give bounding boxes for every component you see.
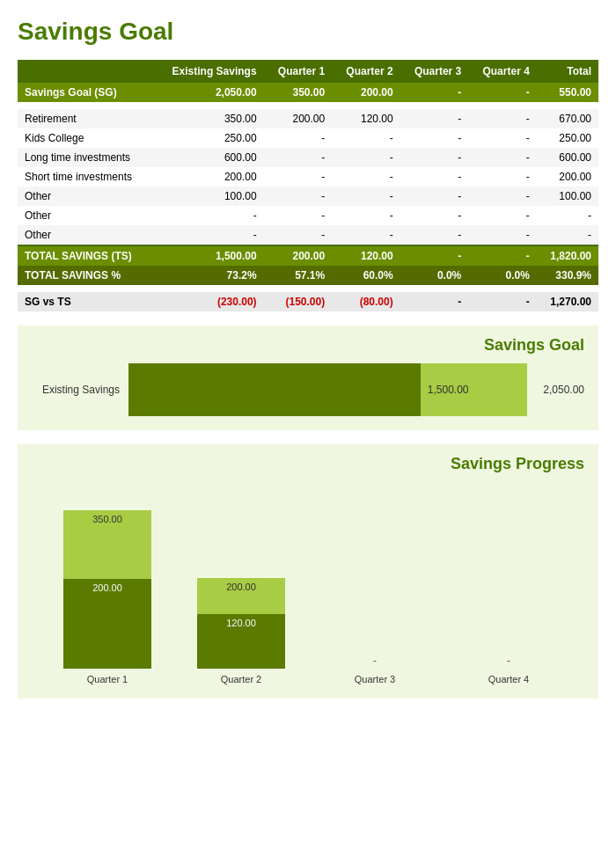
- row-total: 600.00: [537, 148, 598, 167]
- sg-q3: -: [400, 83, 469, 102]
- blank-row-2: [18, 285, 598, 292]
- row-label: Kids College: [18, 128, 153, 148]
- q3-bar-container: -: [331, 510, 419, 669]
- total-q1: 200.00: [264, 246, 333, 266]
- table-row: Other 100.00 - - - - 100.00: [18, 187, 598, 206]
- page-title: Savings Goal: [18, 18, 598, 46]
- row-q3: -: [400, 148, 469, 167]
- q2-actual-label: 120.00: [226, 618, 256, 628]
- row-q2: -: [332, 148, 400, 167]
- bar-filled-value: 1,500.00: [428, 384, 469, 396]
- pct-q1: 57.1%: [264, 266, 333, 285]
- q2-actual-bar: 120.00: [197, 614, 285, 669]
- row-label: Other: [18, 206, 153, 225]
- q3-goal-label: -: [373, 655, 377, 667]
- sgvsts-q3: -: [400, 292, 469, 311]
- row-q4: -: [468, 225, 537, 245]
- row-q1: -: [264, 128, 333, 148]
- q2-bar-container: 200.00 120.00: [197, 510, 285, 669]
- q4-axis-label: Quarter 4: [488, 674, 529, 684]
- row-q4: -: [468, 206, 537, 225]
- row-total: 250.00: [537, 128, 598, 148]
- q2-axis-label: Quarter 2: [221, 674, 261, 684]
- row-q3: -: [400, 206, 469, 225]
- row-existing: 200.00: [153, 167, 263, 187]
- row-q1: -: [264, 187, 333, 206]
- q1-goal-label: 350.00: [92, 514, 122, 524]
- q4-bar-group: - Quarter 4: [456, 510, 561, 684]
- row-existing: 350.00: [153, 109, 263, 128]
- total-existing: 1,500.00: [153, 246, 263, 266]
- col-header-existing: Existing Savings: [153, 60, 263, 83]
- sg-existing: 2,050.00: [153, 83, 263, 102]
- savings-goal-row: Savings Goal (SG) 2,050.00 350.00 200.00…: [18, 83, 598, 102]
- row-q2: 120.00: [332, 109, 400, 128]
- q1-actual-label: 200.00: [92, 582, 122, 593]
- row-existing: -: [153, 206, 263, 225]
- row-existing: 100.00: [153, 187, 263, 206]
- row-label: Retirement: [18, 109, 153, 128]
- row-label: Short time investments: [18, 167, 153, 187]
- pct-q3: 0.0%: [400, 266, 469, 285]
- row-existing: -: [153, 225, 263, 245]
- sg-label: Savings Goal (SG): [18, 83, 153, 102]
- row-q1: -: [264, 206, 333, 225]
- q4-dash: -: [507, 510, 510, 669]
- table-row: Short time investments 200.00 - - - - 20…: [18, 167, 598, 187]
- q4-bar-container: -: [465, 510, 553, 669]
- col-header-q3: Quarter 3: [400, 60, 469, 83]
- bar-total-value: 2,050.00: [543, 384, 584, 396]
- savings-goal-chart-title: Savings Goal: [32, 336, 584, 355]
- pct-q4: 0.0%: [468, 266, 537, 285]
- bar-track: 1,500.00: [128, 363, 527, 416]
- table-row: Retirement 350.00 200.00 120.00 - - 670.…: [18, 109, 598, 128]
- row-q3: -: [400, 187, 469, 206]
- sgvsts-q1: (150.00): [264, 292, 333, 311]
- pct-q2: 60.0%: [332, 266, 400, 285]
- q1-axis-label: Quarter 1: [87, 674, 128, 684]
- horizontal-bar-chart: Existing Savings 1,500.00 2,050.00: [32, 363, 584, 416]
- row-q2: -: [332, 225, 400, 245]
- row-q3: -: [400, 225, 469, 245]
- q2-bar-group: 200.00 120.00 Quarter 2: [188, 510, 294, 684]
- savings-table: Existing Savings Quarter 1 Quarter 2 Qua…: [18, 60, 598, 311]
- row-total: 100.00: [537, 187, 598, 206]
- pct-label: TOTAL SAVINGS %: [18, 266, 153, 285]
- table-row: Kids College 250.00 - - - - 250.00: [18, 128, 598, 148]
- row-total: 200.00: [537, 167, 598, 187]
- row-q4: -: [468, 128, 537, 148]
- col-header-category: [18, 60, 153, 83]
- q1-actual-bar: 200.00: [63, 579, 151, 669]
- row-total: 670.00: [537, 109, 598, 128]
- row-q4: -: [468, 148, 537, 167]
- row-q4: -: [468, 109, 537, 128]
- table-row: Other - - - - - -: [18, 225, 598, 245]
- row-q3: -: [400, 128, 469, 148]
- row-q2: -: [332, 187, 400, 206]
- row-q3: -: [400, 109, 469, 128]
- table-row: Other - - - - - -: [18, 206, 598, 225]
- row-q4: -: [468, 167, 537, 187]
- total-label: TOTAL SAVINGS (TS): [18, 246, 153, 266]
- q3-dash: -: [373, 510, 377, 669]
- row-q1: -: [264, 148, 333, 167]
- savings-goal-chart: Savings Goal Existing Savings 1,500.00 2…: [18, 326, 598, 430]
- q1-bar-group: 350.00 200.00 Quarter 1: [55, 510, 160, 684]
- pct-existing: 73.2%: [153, 266, 263, 285]
- savings-progress-chart: Savings Progress 350.00 200.00 Quarter 1…: [18, 444, 598, 699]
- row-q4: -: [468, 187, 537, 206]
- row-q2: -: [332, 128, 400, 148]
- row-label: Other: [18, 187, 153, 206]
- row-q1: -: [264, 225, 333, 245]
- table-row: Long time investments 600.00 - - - - 600…: [18, 148, 598, 167]
- sg-q1: 350.00: [264, 83, 333, 102]
- sg-vs-ts-row: SG vs TS (230.00) (150.00) (80.00) - - 1…: [18, 292, 598, 311]
- row-q3: -: [400, 167, 469, 187]
- col-header-total: Total: [537, 60, 598, 83]
- total-total: 1,820.00: [537, 246, 598, 266]
- q1-bar-container: 350.00 200.00: [63, 510, 151, 669]
- total-q3: -: [400, 246, 469, 266]
- row-q2: -: [332, 206, 400, 225]
- sg-q4: -: [468, 83, 537, 102]
- row-existing: 250.00: [153, 128, 263, 148]
